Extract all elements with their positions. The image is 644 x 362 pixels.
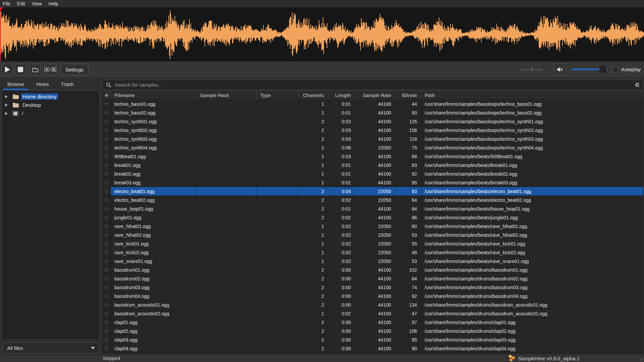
table-row[interactable]: ☆house_loop01.ogg20:014410084/usr/share/… xyxy=(102,205,643,213)
favorite-star[interactable]: ☆ xyxy=(102,187,111,195)
cell-channels: 2 xyxy=(299,344,328,353)
favorite-star[interactable]: ☆ xyxy=(102,222,111,230)
table-row[interactable]: ☆clap02.ogg20:0044100106/usr/share/lmms/… xyxy=(102,327,643,335)
favorite-star[interactable]: ☆ xyxy=(102,161,111,169)
stop-button[interactable] xyxy=(15,64,26,75)
tree-item-desktop[interactable]: Desktop xyxy=(2,101,100,109)
favorite-star[interactable]: ☆ xyxy=(102,126,111,134)
table-row[interactable]: ☆rave_kick02.ogg10:022205048/usr/share/l… xyxy=(102,248,643,257)
tree-item-home-directory[interactable]: Home directory xyxy=(2,92,100,101)
expand-arrow-icon[interactable] xyxy=(5,95,8,98)
favorite-star[interactable]: ☆ xyxy=(102,335,111,344)
mute-button[interactable] xyxy=(553,63,566,76)
column-header-sample-rate[interactable]: Sample Rate xyxy=(355,91,395,99)
table-row[interactable]: ☆clap04.ogg20:004410090/usr/share/lmms/s… xyxy=(102,344,643,353)
menu-file[interactable]: File xyxy=(3,1,14,6)
settings-button[interactable]: Settings xyxy=(60,64,89,75)
resize-grip[interactable] xyxy=(638,356,643,361)
favorite-star[interactable]: ☆ xyxy=(102,100,111,108)
favorite-star[interactable]: ☆ xyxy=(102,257,111,265)
favorite-star[interactable]: ☆ xyxy=(102,344,111,353)
table-row[interactable]: ☆techno_synth03.ogg20:0344100118/usr/sha… xyxy=(102,135,643,143)
favorite-star[interactable]: ☆ xyxy=(102,231,111,239)
menu-edit[interactable]: Edit xyxy=(17,1,29,6)
waveform-svg xyxy=(0,7,644,61)
favorite-star[interactable]: ☆ xyxy=(102,248,111,257)
table-row[interactable]: ☆bassdrum01.ogg20:0044100102/usr/share/l… xyxy=(102,266,643,274)
tab-hives[interactable]: Hives xyxy=(30,78,55,90)
cell-type xyxy=(257,301,299,309)
waveform-panel[interactable] xyxy=(0,7,644,61)
table-row[interactable]: ☆bassdrum04.ogg20:004410092/usr/share/lm… xyxy=(102,292,643,301)
favorite-star[interactable]: ☆ xyxy=(102,239,111,248)
open-file-button[interactable] xyxy=(30,64,41,75)
column-header-bitrate[interactable]: Bitrate xyxy=(395,91,421,99)
expand-arrow-icon[interactable] xyxy=(5,103,8,107)
table-row[interactable]: ☆bassdrum02.ogg20:004410064/usr/share/lm… xyxy=(102,274,643,283)
cell-channels: 1 xyxy=(299,108,328,117)
tree-item-root[interactable]: / xyxy=(2,109,100,118)
table-row[interactable]: ☆techno_bass02.ogg10:014410050/usr/share… xyxy=(102,108,643,117)
table-row[interactable]: ☆break01.ogg10:014410083/usr/share/lmms/… xyxy=(102,161,643,170)
favorite-star[interactable]: ☆ xyxy=(102,283,111,291)
autoplay-checkbox[interactable] xyxy=(612,66,619,73)
expand-arrow-icon[interactable] xyxy=(5,112,8,115)
tab-browse[interactable]: Browse xyxy=(1,78,30,90)
favorite-star[interactable]: ☆ xyxy=(102,205,111,213)
favorite-star[interactable]: ☆ xyxy=(102,143,111,152)
table-row[interactable]: ☆electro_beat01.ogg20:042205083/usr/shar… xyxy=(102,187,643,196)
table-row[interactable]: ☆electro_beat02.ogg20:022205064/usr/shar… xyxy=(102,196,643,205)
file-filter-dropdown[interactable]: All files xyxy=(3,343,99,354)
table-row[interactable]: ☆break03.ogg10:014410095/usr/share/lmms/… xyxy=(102,178,643,187)
volume-slider-knob[interactable] xyxy=(599,66,606,73)
table-row[interactable]: ☆clap03.ogg20:004410095/usr/share/lmms/s… xyxy=(102,335,643,344)
favorite-star[interactable]: ☆ xyxy=(102,213,111,222)
table-row[interactable]: ☆rave_hihat02.ogg10:022205053/usr/share/… xyxy=(102,231,643,239)
favorite-star[interactable]: ☆ xyxy=(102,274,111,283)
column-header-filename[interactable]: Filename xyxy=(111,91,197,99)
table-row[interactable]: ☆jungle01.ogg20:024410086/usr/share/lmms… xyxy=(102,213,643,222)
table-row[interactable]: ☆techno_synth01.ogg20:0344100126/usr/sha… xyxy=(102,117,643,126)
tab-trash[interactable]: Trash xyxy=(55,78,80,90)
favorite-star[interactable]: ☆ xyxy=(102,309,111,318)
column-header-sample-pack[interactable]: Sample Pack xyxy=(197,91,257,99)
table-row[interactable]: ☆techno_bass01.ogg10:014410044/usr/share… xyxy=(102,100,643,108)
favorite-star[interactable]: ☆ xyxy=(102,108,111,117)
favorite-star[interactable]: ☆ xyxy=(102,301,111,309)
favorite-star[interactable]: ☆ xyxy=(102,266,111,274)
table-row[interactable]: ☆techno_synth04.ogg20:062205075/usr/shar… xyxy=(102,143,643,152)
favorite-star[interactable]: ☆ xyxy=(102,135,111,143)
column-header-path[interactable]: Path xyxy=(421,91,643,99)
table-row[interactable]: ☆bassdrum_acoustic01.ogg20:0044100134/us… xyxy=(102,301,643,309)
play-button[interactable] xyxy=(1,64,13,75)
column-header-channels[interactable]: Channels xyxy=(299,91,328,99)
favorite-star[interactable]: ☆ xyxy=(102,178,111,187)
column-header-type[interactable]: Type xyxy=(257,91,299,99)
table-row[interactable]: ☆clap01.ogg20:004410097/usr/share/lmms/s… xyxy=(102,318,643,327)
favorite-star[interactable]: ☆ xyxy=(102,318,111,326)
volume-slider[interactable] xyxy=(572,66,608,73)
clear-search-icon[interactable] xyxy=(633,82,639,87)
column-header-favorite[interactable]: ★ xyxy=(102,91,111,99)
table-row[interactable]: ☆bassdrum_acoustic02.ogg10:024410047/usr… xyxy=(102,309,643,318)
cell-sample-pack xyxy=(197,161,257,169)
directory-tree: Home directory Desktop / xyxy=(1,90,100,340)
table-row[interactable]: ☆break02.ogg10:014410092/usr/share/lmms/… xyxy=(102,170,643,178)
favorite-star[interactable]: ☆ xyxy=(102,196,111,204)
favorite-star[interactable]: ☆ xyxy=(102,117,111,126)
search-input[interactable] xyxy=(114,82,630,88)
table-row[interactable]: ☆rave_kick01.ogg10:022205055/usr/share/l… xyxy=(102,239,643,248)
table-row[interactable]: ☆909beat01.ogg10:034410068/usr/share/lmm… xyxy=(102,152,643,161)
table-row[interactable]: ☆bassdrum03.ogg20:004410074/usr/share/lm… xyxy=(102,283,643,292)
menu-view[interactable]: View xyxy=(32,1,46,6)
favorite-star[interactable]: ☆ xyxy=(102,292,111,300)
table-row[interactable]: ☆techno_synth02.ogg20:0344100156/usr/sha… xyxy=(102,126,643,135)
column-header-length[interactable]: Length xyxy=(328,91,355,99)
table-row[interactable]: ☆rave_hihat01.ogg10:022205060/usr/share/… xyxy=(102,222,643,231)
table-row[interactable]: ☆rave_snare01.ogg10:022205053/usr/share/… xyxy=(102,257,643,266)
favorite-star[interactable]: ☆ xyxy=(102,170,111,178)
menu-help[interactable]: Help xyxy=(49,1,62,6)
loop-ab-button[interactable]: AB xyxy=(44,64,56,75)
favorite-star[interactable]: ☆ xyxy=(102,152,111,161)
favorite-star[interactable]: ☆ xyxy=(102,327,111,335)
